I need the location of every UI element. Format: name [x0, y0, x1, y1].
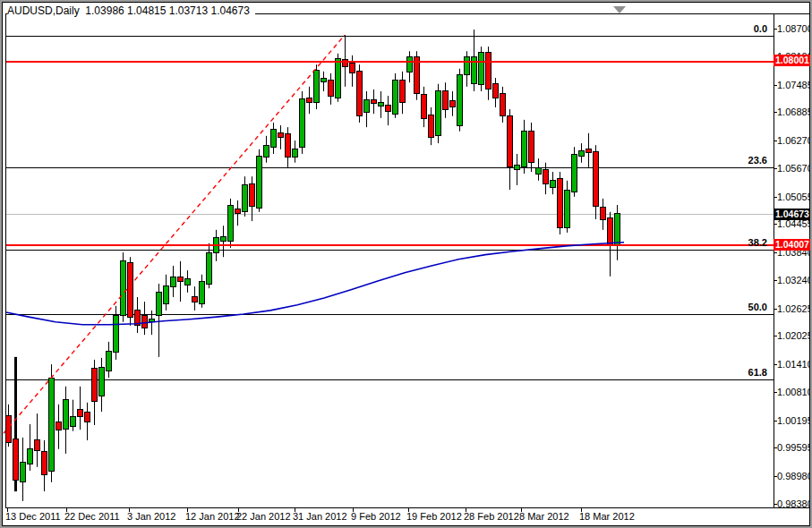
price-axis-label: 1.05055 [777, 192, 812, 202]
price-axis-label: 1.08700 [777, 23, 812, 34]
fib-level-label-0.0: 0.0 [731, 23, 767, 34]
bull-candle [336, 59, 341, 98]
fib-level-label-50.0: 50.0 [731, 302, 767, 312]
date-tick [408, 508, 409, 512]
date-axis-label: 22 Dec 2011 [64, 511, 120, 522]
bull-candle [171, 277, 176, 286]
bear-candle [608, 218, 613, 246]
bull-candle [436, 91, 441, 136]
price-axis-label: 1.00195 [777, 415, 812, 426]
bear-candle [486, 53, 491, 89]
bear-candle [278, 133, 284, 138]
bull-candle [522, 131, 527, 167]
bull-candle [200, 282, 205, 303]
price-axis-label: 1.06270 [777, 135, 812, 146]
bear-candle [372, 99, 377, 104]
price-axis-label: 0.98380 [777, 498, 812, 509]
date-tick [466, 508, 466, 512]
bear-candle [92, 369, 98, 402]
bear-candle [6, 415, 12, 442]
mt4-chart-window: AUDUSD,Daily 1.03986 1.04815 1.03713 1.0… [0, 0, 812, 528]
bear-candle [493, 84, 499, 98]
bull-candle [21, 463, 26, 482]
date-tick [129, 508, 130, 512]
bull-candle [321, 78, 327, 81]
bull-candle [536, 168, 542, 174]
bull-candle [164, 285, 169, 303]
price-axis-label: 1.01410 [777, 359, 812, 370]
bull-candle [579, 151, 585, 156]
bull-candle [407, 57, 413, 72]
date-axis-label: 31 Jan 2012 [293, 511, 347, 522]
fib-level-label-38.2: 38.2 [731, 237, 767, 248]
bear-candle [529, 131, 534, 162]
price-marker-box: 1.04673 [774, 209, 812, 220]
bear-candle [429, 115, 434, 138]
date-axis-label: 8 Mar 2012 [519, 511, 569, 522]
bear-candle [35, 440, 40, 451]
bull-candle [293, 149, 298, 157]
price-axis-separator [774, 13, 774, 508]
bear-candle [56, 422, 62, 430]
bear-candle [350, 63, 355, 73]
bear-candle [594, 152, 599, 206]
bear-candle [601, 207, 606, 219]
bear-candle [386, 106, 391, 111]
bull-candle [114, 315, 119, 353]
bear-candle [558, 179, 563, 228]
bull-candle [479, 53, 484, 85]
date-tick [238, 508, 239, 512]
date-axis-label: 3 Jan 2012 [127, 511, 175, 522]
bear-candle [543, 170, 549, 184]
bull-candle [565, 190, 570, 228]
bear-candle [78, 409, 83, 416]
trendline[interactable] [4, 35, 345, 433]
bull-candle [64, 400, 69, 429]
bull-candle [157, 293, 162, 315]
date-axis-label: 22 Jan 2012 [236, 511, 291, 522]
moving-average-line[interactable] [6, 243, 624, 325]
date-axis-label: 28 Feb 2012 [464, 511, 519, 522]
date-axis-label: 18 Mar 2012 [579, 511, 635, 522]
price-axis-label: 1.07485 [777, 80, 812, 90]
bull-candle [121, 261, 126, 315]
bull-candle [457, 75, 463, 125]
bull-candle [228, 205, 234, 241]
date-axis-label: 12 Jan 2012 [185, 511, 240, 522]
bull-candle [364, 100, 370, 112]
bear-candle [250, 184, 255, 206]
fib-level-label-61.8: 61.8 [731, 367, 767, 378]
bear-candle [178, 277, 184, 282]
price-axis-label: 1.04455 [777, 218, 812, 229]
date-tick [581, 508, 582, 512]
bull-candle [71, 416, 76, 426]
candlestick-chart-surface[interactable] [2, 2, 812, 528]
price-marker-box: 1.04007 [774, 239, 812, 251]
date-axis-label: 19 Feb 2012 [406, 511, 462, 522]
chart-title: AUDUSD,Daily 1.03986 1.04815 1.03713 1.0… [7, 4, 255, 18]
bull-candle [572, 155, 577, 192]
bull-candle [49, 378, 55, 472]
bear-candle [128, 263, 133, 317]
price-axis-label: 1.00810 [777, 387, 812, 397]
bear-candle [235, 209, 241, 214]
date-tick [353, 508, 354, 512]
bull-candle [107, 351, 112, 371]
date-axis-label: 13 Dec 2011 [5, 511, 61, 522]
bull-candle [379, 103, 384, 106]
date-tick [187, 508, 188, 512]
price-axis-label: 0.98980 [777, 471, 812, 481]
chart-shift-marker-icon[interactable] [613, 6, 626, 13]
bull-candle [185, 279, 191, 285]
bear-candle [307, 98, 312, 103]
plot-border-left [5, 13, 6, 508]
price-axis-label: 0.99595 [777, 442, 812, 453]
bull-candle [615, 214, 620, 246]
date-tick [295, 508, 295, 512]
bear-candle [329, 80, 334, 96]
bull-candle [221, 236, 227, 241]
bear-candle [508, 116, 513, 167]
bear-candle [357, 72, 363, 116]
bear-candle [13, 439, 19, 480]
bull-candle [314, 71, 320, 103]
